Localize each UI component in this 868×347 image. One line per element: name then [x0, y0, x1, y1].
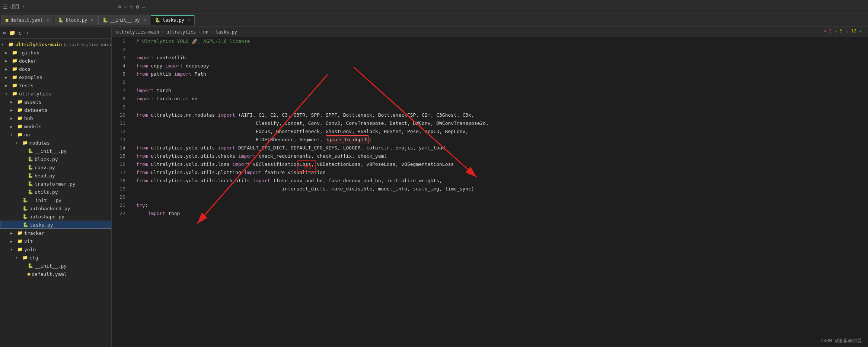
tests-label: tests [19, 83, 33, 88]
sidebar-item-hub[interactable]: ▶ 📁 hub [0, 114, 111, 122]
default-yaml-label: default.yaml [32, 271, 67, 277]
sidebar-collapse-icon[interactable]: ⊟ [25, 30, 28, 36]
ln-13: 13 [116, 136, 125, 144]
ln-18: 18 [116, 177, 125, 185]
sidebar-item-nn[interactable]: ▾ 📁 nn [0, 130, 111, 139]
ln-3: 3 [116, 54, 125, 62]
code-line-11: Classify, Concat, Conv, Conv2, ConvTrans… [136, 119, 862, 127]
toolbar-icon-1[interactable]: ⊕ [118, 4, 121, 10]
kw-from-5: from [136, 70, 148, 78]
code-line-4: from copy import deepcopy [136, 62, 862, 70]
tab-close-init-py[interactable]: ✕ [143, 18, 146, 22]
breadcrumb-sep-1: › [198, 29, 201, 35]
sidebar-item-docker[interactable]: ▶ 📁 docker [0, 57, 111, 65]
sidebar-item-autoshape[interactable]: 🐍 autoshape.py [0, 212, 111, 221]
sidebar-new-folder-icon[interactable]: 📁 [9, 30, 15, 36]
sidebar-item-conv[interactable]: 🐍 conv.py [0, 163, 111, 171]
sidebar-item-datasets[interactable]: ▶ 📁 datasets [0, 106, 111, 114]
assets-arrow-icon: ▶ [10, 100, 16, 104]
transformer-label: transformer.py [35, 181, 76, 187]
models-arrow-icon: ▶ [10, 124, 16, 129]
toolbar-icon-3[interactable]: ⇅ [130, 4, 133, 10]
init-modules-icon: 🐍 [28, 148, 33, 154]
sidebar-item-tasks[interactable]: 🐍 tasks.py [0, 221, 111, 229]
code-line-3: import contextlib [136, 54, 862, 62]
sidebar-item-head[interactable]: 🐍 head.py [0, 171, 111, 180]
sidebar-item-utils[interactable]: 🐍 utils.py [0, 188, 111, 196]
error-count: ⊗ 2 [823, 28, 832, 34]
ln-16: 16 [116, 160, 125, 168]
sidebar-item-transformer[interactable]: 🐍 transformer.py [0, 180, 111, 188]
sidebar-item-autobackend[interactable]: 🐍 autobackend.py [0, 204, 111, 212]
datasets-label: datasets [24, 107, 48, 113]
kw-from-10: from [136, 111, 148, 119]
tests-folder-icon: 📁 [12, 83, 17, 88]
root-path: E:\ultralytics-main [64, 42, 111, 47]
toolbar-icon-5[interactable]: — [142, 4, 145, 10]
examples-folder-icon: 📁 [12, 75, 17, 80]
root-label: ultralytics-main [15, 42, 62, 47]
tab-close-block-py[interactable]: ✕ [91, 18, 93, 22]
sidebar-item-vit[interactable]: ▶ 📁 vit [0, 237, 111, 245]
sidebar-item-ultralytics[interactable]: ▾ 📁 ultralytics [0, 89, 111, 98]
toolbar-icon-2[interactable]: ≡ [124, 4, 127, 10]
tab-label-block-py: block.py [66, 18, 87, 23]
yolo-folder-icon: 📁 [17, 247, 23, 252]
sidebar-item-modules[interactable]: ▾ 📁 modules [0, 139, 111, 147]
ln-9: 9 [116, 103, 125, 111]
tab-label-init-py: __init__.py [110, 18, 140, 23]
hub-folder-icon: 📁 [17, 116, 23, 121]
project-label: 项目 [10, 3, 20, 10]
vit-label: vit [24, 239, 33, 244]
tab-tasks-py[interactable]: 🐍 tasks.py ✕ [151, 15, 194, 25]
top-bar: ☰ 项目 ▾ ⊕ ≡ ⇅ ⚙ — [0, 0, 868, 13]
sidebar-item-tracker[interactable]: ▶ 📁 tracker [0, 229, 111, 237]
kw-import-8: import [136, 95, 154, 103]
sidebar-item-cfg[interactable]: ▾ 📁 cfg [0, 253, 111, 262]
sidebar-item-default-yaml[interactable]: ■ default.yaml [0, 270, 111, 278]
sidebar-item-init-modules[interactable]: 🐍 __init__.py [0, 147, 111, 155]
breadcrumb-part-3: tasks.py [216, 29, 237, 35]
ln-12: 12 [116, 127, 125, 136]
editor-area[interactable]: ultralytics-main › ultralytics › nn › ta… [112, 27, 868, 347]
block-label: block.py [35, 157, 58, 162]
github-arrow-icon: ▶ [5, 51, 10, 55]
code-content[interactable]: # Ultralytics YOLO 🚀, AGPL-3.0 license i… [130, 37, 868, 347]
tab-close-default-yaml[interactable]: ✕ [47, 18, 49, 22]
ln-17: 17 [116, 168, 125, 177]
github-folder-icon: 📁 [12, 50, 17, 55]
tab-init-py[interactable]: 🐍 __init__.py ✕ [98, 15, 150, 25]
sidebar-refresh-icon[interactable]: ↻ [18, 30, 21, 36]
nn-folder-icon: 📁 [17, 132, 23, 137]
toolbar-icon-4[interactable]: ⚙ [136, 4, 139, 10]
tab-close-tasks-py[interactable]: ✕ [188, 18, 191, 23]
modules-label: modules [29, 140, 50, 146]
tab-default-yaml[interactable]: ■ default.yaml ✕ [1, 15, 53, 25]
sidebar-item-init-nn[interactable]: 🐍 __init__.py [0, 196, 111, 204]
code-line-7: import torch [136, 86, 862, 95]
sidebar-item-examples[interactable]: ▶ 📁 examples [0, 73, 111, 81]
sidebar-item-github[interactable]: ▶ 📁 .github [0, 48, 111, 57]
sidebar-item-init-cfg[interactable]: 🐍 __init__.py [0, 262, 111, 270]
sidebar-item-block[interactable]: 🐍 block.py [0, 155, 111, 163]
init-cfg-label: __init__.py [35, 263, 67, 269]
code-line-10: from ultralytics.nn.modules import (AIFI… [136, 111, 862, 119]
tests-arrow-icon: ▶ [5, 83, 10, 88]
sidebar-toolbar: ⊕ 📁 ↻ ⊟ [0, 27, 111, 39]
tab-label-default-yaml: default.yaml [10, 18, 43, 23]
sidebar-item-yolo[interactable]: ▾ 📁 yolo [0, 245, 111, 253]
assets-label: assets [24, 99, 42, 105]
sidebar-new-file-icon[interactable]: ⊕ [3, 30, 6, 36]
kw-import-3: import [136, 54, 154, 62]
tab-block-py[interactable]: 🐍 block.py ✕ [54, 15, 98, 25]
sidebar-item-tests[interactable]: ▶ 📁 tests [0, 81, 111, 89]
sidebar-item-assets[interactable]: ▶ 📁 assets [0, 98, 111, 106]
sidebar-item-docs[interactable]: ▶ 📁 docs [0, 65, 111, 73]
py-icon-block: 🐍 [58, 18, 64, 23]
autoshape-icon: 🐍 [22, 214, 28, 219]
sidebar-item-models[interactable]: ▶ 📁 models [0, 122, 111, 130]
hamburger-icon[interactable]: ☰ [3, 4, 8, 10]
main-layout: ⊕ 📁 ↻ ⊟ ▾ 📁 ultralytics-main E:\ultralyt… [0, 27, 868, 347]
tree-root[interactable]: ▾ 📁 ultralytics-main E:\ultralytics-main [0, 40, 111, 48]
kw-import-4: import [165, 62, 183, 70]
